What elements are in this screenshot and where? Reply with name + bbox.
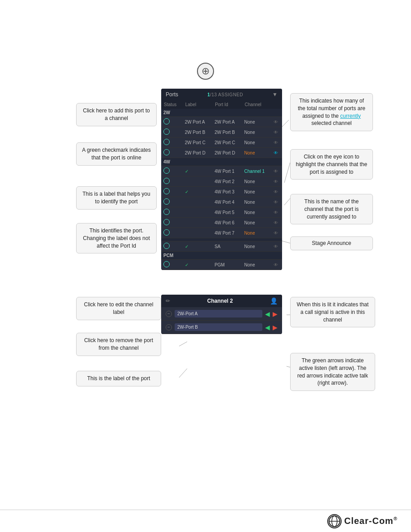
eye-cell[interactable]: 👁 — [271, 218, 282, 228]
ports-panel-header: Ports 1/13 ASSIGNED ▼ — [161, 89, 282, 100]
eye-icon[interactable]: 👁 — [274, 179, 278, 184]
listen-arrow-icon: ◀ — [265, 310, 270, 317]
portid-cell: 4W Port 1 — [212, 166, 242, 176]
table-row[interactable]: 4W Port 6 None 👁 — [161, 218, 282, 228]
eye-icon[interactable]: 👁 — [274, 244, 278, 249]
status-cell — [161, 187, 183, 197]
table-row[interactable]: ✓ SA None 👁 — [161, 241, 282, 252]
ports-panel: Ports 1/13 ASSIGNED ▼ Status Label Port … — [161, 89, 282, 270]
status-icon — [163, 129, 170, 135]
dropdown-icon[interactable]: ▼ — [272, 91, 278, 98]
channel-cell: None — [242, 260, 272, 270]
channel-cell: None — [242, 207, 272, 218]
eye-cell[interactable]: 👁 — [271, 166, 282, 176]
label-cell — [183, 228, 212, 238]
add-port-button[interactable]: ⊕ — [197, 63, 214, 80]
portid-cell: 4W Port 2 — [212, 176, 242, 187]
talk-arrow-icon: ▶ — [273, 310, 278, 317]
user-icon: 👤 — [270, 297, 278, 305]
status-icon — [163, 139, 170, 145]
ports-table: Status Label Port Id Channel 2W 2W Port … — [161, 100, 282, 270]
channel-title: Channel 2 — [170, 298, 270, 304]
eye-cell[interactable]: 👁 — [271, 117, 282, 127]
table-row[interactable]: 2W Port C 2W Port C None 👁 — [161, 137, 282, 148]
status-cell — [161, 228, 183, 238]
remove-port-button-1[interactable]: − — [166, 311, 172, 317]
eye-cell[interactable]: 👁 — [271, 176, 282, 187]
status-icon — [163, 198, 170, 205]
label-cell: 2W Port C — [183, 137, 212, 148]
clearcom-logo: Clear-Com® — [327, 514, 398, 528]
portid-cell: 4W Port 5 — [212, 207, 242, 218]
pencil-icon[interactable]: ✏ — [166, 298, 170, 304]
portid-cell: 4W Port 6 — [212, 218, 242, 228]
ports-title: Ports — [166, 91, 178, 98]
eye-icon[interactable]: 👁 — [274, 200, 278, 205]
channel-section: Click here to edit the channel label Cli… — [0, 290, 411, 425]
eye-cell[interactable]: 👁 — [271, 148, 282, 158]
eye-cell[interactable]: 👁 — [271, 241, 282, 252]
channel-cell: None — [242, 148, 272, 158]
eye-icon[interactable]: 👁 — [274, 169, 278, 174]
status-cell — [161, 176, 183, 187]
status-icon — [163, 188, 170, 194]
channel-cell: None — [242, 137, 272, 148]
table-row[interactable]: 2W Port B 2W Port B None 👁 — [161, 127, 282, 137]
page-footer: Clear-Com® — [0, 510, 411, 532]
label-cell: ✓ — [183, 166, 212, 176]
eye-cell[interactable]: 👁 — [271, 187, 282, 197]
eye-cell[interactable]: 👁 — [271, 228, 282, 238]
status-cell — [161, 207, 183, 218]
callout-port-label-bottom: This is the label of the port — [76, 371, 161, 386]
eye-cell[interactable]: 👁 — [271, 197, 282, 207]
portid-cell: SA — [212, 241, 242, 252]
table-row[interactable]: 4W Port 5 None 👁 — [161, 207, 282, 218]
table-row[interactable]: ✓ 4W Port 1 Channel 1 👁 — [161, 166, 282, 176]
callout-port-label: This is a label that helps you to identi… — [76, 186, 157, 210]
callout-remove-port: Click here to remove the port from the c… — [76, 333, 161, 356]
section-4w: 4W — [161, 158, 282, 166]
table-row[interactable]: 2W Port D 2W Port D None 👁 — [161, 148, 282, 158]
table-row[interactable]: 4W Port 7 None 👁 — [161, 228, 282, 238]
eye-cell[interactable]: 👁 — [271, 260, 282, 270]
table-row[interactable]: ✓ 4W Port 3 None 👁 — [161, 187, 282, 197]
table-row[interactable]: 4W Port 2 None 👁 — [161, 176, 282, 187]
eye-icon[interactable]: 👁 — [274, 120, 278, 124]
label-cell: ✓ — [183, 260, 212, 270]
listen-arrow-icon-2: ◀ — [265, 324, 270, 331]
status-cell — [161, 197, 183, 207]
col-eye — [271, 100, 282, 109]
section-sa — [161, 238, 282, 241]
col-label: Label — [183, 100, 212, 109]
eye-icon[interactable]: 👁 — [274, 231, 278, 236]
table-row[interactable]: 2W Port A 2W Port A None 👁 — [161, 117, 282, 127]
channel-port-row-2: − 2W-Port B ◀ ▶ — [161, 321, 282, 334]
channel-port-row-1: − 2W-Port A ◀ ▶ — [161, 307, 282, 321]
eye-icon[interactable]: 👁 — [274, 262, 278, 267]
status-cell — [161, 218, 183, 228]
remove-port-button-2[interactable]: − — [166, 324, 172, 330]
eye-icon[interactable]: 👁 — [274, 210, 278, 215]
table-row[interactable]: ✓ PGM None 👁 — [161, 260, 282, 270]
eye-icon[interactable]: 👁 — [274, 150, 278, 155]
channel-panel-header: ✏ Channel 2 👤 — [161, 295, 282, 307]
eye-cell[interactable]: 👁 — [271, 137, 282, 148]
label-cell: ✓ — [183, 241, 212, 252]
callout-add-to-channel: Click here to add this port to a channel — [76, 103, 157, 126]
eye-icon[interactable]: 👁 — [274, 130, 278, 135]
svg-line-4 — [282, 120, 289, 127]
portid-cell: 4W Port 4 — [212, 197, 242, 207]
eye-icon[interactable]: 👁 — [274, 220, 278, 225]
eye-cell[interactable]: 👁 — [271, 127, 282, 137]
status-icon — [163, 243, 170, 249]
eye-icon[interactable]: 👁 — [274, 140, 278, 145]
status-cell — [161, 117, 183, 127]
add-button-area: ⊕ — [0, 0, 411, 80]
eye-icon[interactable]: 👁 — [274, 189, 278, 194]
callout-eye-icon: Click on the eye icon to highlight the c… — [290, 149, 373, 180]
section-2w: 2W — [161, 109, 282, 117]
eye-cell[interactable]: 👁 — [271, 207, 282, 218]
callout-port-id: This identifies the port. Changing the l… — [76, 223, 157, 253]
table-row[interactable]: 4W Port 4 None 👁 — [161, 197, 282, 207]
status-cell — [161, 127, 183, 137]
